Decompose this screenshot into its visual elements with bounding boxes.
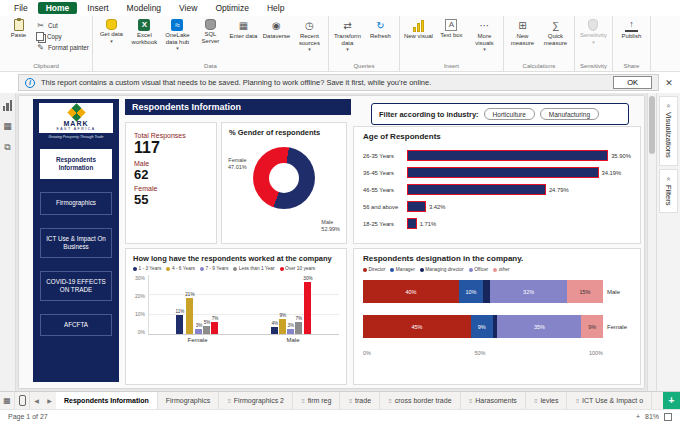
stacked-segment[interactable]: 9%: [581, 315, 603, 338]
nav-covid-effects[interactable]: COVID-19 EFFECTS ON TRADE: [40, 271, 112, 301]
page-tab[interactable]: ⠿cross border trade: [380, 392, 460, 409]
tab-modeling[interactable]: Modeling: [119, 2, 170, 14]
stacked-segment[interactable]: 9%: [471, 315, 493, 338]
data-view-icon[interactable]: ▦: [2, 120, 14, 132]
stacked-segment[interactable]: 15%: [567, 280, 603, 303]
page-tab[interactable]: ⠿ICT Use & Impact o: [567, 392, 652, 409]
filter-manufacturing-button[interactable]: Manufacturing: [540, 108, 599, 120]
model-view-icon[interactable]: ⧉: [2, 141, 14, 153]
page-tab[interactable]: ⠿trade: [340, 392, 380, 409]
category-label: Female: [603, 324, 631, 330]
tab-scroll-left-icon[interactable]: ◀: [30, 392, 43, 409]
stacked-segment[interactable]: [483, 280, 490, 303]
close-icon[interactable]: ✕: [662, 78, 676, 88]
column-bar[interactable]: [295, 322, 302, 334]
more-visuals-button[interactable]: ⋯More visuals▾: [469, 17, 500, 53]
gender-donut[interactable]: [253, 147, 315, 209]
legend-item[interactable]: Less than 1 Year: [233, 266, 274, 271]
report-view-icon[interactable]: [2, 99, 14, 111]
zoom-level[interactable]: 81%: [645, 413, 659, 420]
copy-button[interactable]: Copy: [36, 32, 89, 41]
format-painter-button[interactable]: ✎Format painter: [36, 43, 89, 52]
legend-item[interactable]: Managing director: [420, 267, 464, 272]
get-data-button[interactable]: Get data▾: [96, 17, 127, 44]
age-bar[interactable]: [407, 167, 599, 178]
filter-horticulture-button[interactable]: Horticulture: [484, 108, 535, 120]
onelake-data-hub-button[interactable]: OneLake data hub▾: [162, 17, 193, 52]
cut-button[interactable]: ✂Cut: [36, 21, 89, 30]
legend-item[interactable]: other: [493, 267, 509, 272]
column-bar[interactable]: [211, 322, 218, 334]
mobile-layout-icon[interactable]: [15, 392, 30, 409]
tab-scroll-right-icon[interactable]: ▶: [43, 392, 56, 409]
column-bar[interactable]: [271, 327, 278, 334]
nav-respondents-information[interactable]: Respondents Information: [40, 149, 112, 179]
new-measure-button[interactable]: ⊞New measure: [507, 17, 538, 46]
grid-view-icon[interactable]: ▦: [0, 392, 15, 409]
page-tab[interactable]: Firmographics: [158, 392, 219, 409]
fit-to-page-icon[interactable]: [664, 413, 672, 421]
visualizations-pane-collapsed[interactable]: «Visualizations: [659, 96, 678, 166]
legend-item[interactable]: 1 - 3 Years: [133, 266, 161, 271]
tab-view[interactable]: View: [171, 2, 205, 14]
filters-pane-collapsed[interactable]: «Filters: [659, 169, 678, 213]
refresh-button[interactable]: ↻Refresh: [365, 17, 396, 40]
stacked-segment[interactable]: 35%: [497, 315, 581, 338]
ok-button[interactable]: OK: [613, 76, 652, 89]
column-bar[interactable]: [176, 315, 183, 334]
page-tab[interactable]: ⠿levies: [526, 392, 568, 409]
quick-measure-button[interactable]: ∑Quick measure: [540, 17, 571, 46]
transform-data-button[interactable]: ⇄Transform data▾: [332, 17, 363, 53]
new-page-button[interactable]: +: [663, 392, 680, 409]
page-tab[interactable]: ⠿firm reg: [293, 392, 340, 409]
zoom-in-icon[interactable]: +: [636, 413, 640, 420]
age-bar[interactable]: [407, 150, 608, 161]
legend-item[interactable]: 7 - 9 Years: [200, 266, 228, 271]
column-bar[interactable]: [304, 282, 311, 334]
sensitivity-button[interactable]: Sensitivity▾: [578, 17, 609, 45]
legend-item[interactable]: Over 10 years: [280, 266, 316, 271]
page-indicator[interactable]: Page 1 of 27: [8, 413, 48, 420]
publish-button[interactable]: ↑Publish: [616, 17, 647, 40]
paste-button[interactable]: Paste: [3, 17, 34, 39]
tab-optimize[interactable]: Optimize: [207, 2, 257, 14]
tab-file[interactable]: File: [6, 2, 36, 14]
new-visual-button[interactable]: New visual: [403, 17, 434, 40]
age-bar[interactable]: [407, 218, 417, 229]
text-box-button[interactable]: AText box: [436, 17, 467, 39]
column-bar[interactable]: [186, 298, 193, 334]
tab-home[interactable]: Home: [38, 2, 78, 14]
nav-afcfta[interactable]: AFCFTA: [40, 314, 112, 336]
column-bar[interactable]: [279, 319, 286, 335]
dataverse-button[interactable]: ◉Dataverse: [261, 17, 292, 40]
stacked-segment[interactable]: 45%: [363, 315, 471, 338]
legend-item[interactable]: Officer: [469, 267, 489, 272]
vertical-scrollbar[interactable]: [647, 93, 656, 391]
stacked-segment[interactable]: 10%: [459, 280, 483, 303]
page-tab[interactable]: ⠿Firmographics 2: [219, 392, 293, 409]
legend-item[interactable]: 4 - 6 Years: [166, 266, 194, 271]
legend-item[interactable]: Manager: [390, 267, 414, 272]
excel-workbook-button[interactable]: Excel workbook: [129, 17, 160, 45]
legend-item[interactable]: Director: [363, 267, 385, 272]
tenure-plot: 11%21%3%5%7%4%9%3%7%30%: [148, 275, 339, 335]
more-visuals-icon: ⋯: [478, 19, 491, 32]
nav-ict-use[interactable]: ICT Use & Impact On Business: [40, 228, 112, 258]
column-bar[interactable]: [287, 329, 294, 334]
enter-data-button[interactable]: ▦Enter data: [228, 17, 259, 40]
scrollbar-thumb[interactable]: [649, 96, 655, 154]
tab-insert[interactable]: Insert: [79, 2, 116, 14]
nav-firmographics[interactable]: Firmographics: [40, 192, 112, 214]
recent-sources-button[interactable]: ◷Recent sources▾: [294, 17, 325, 53]
tab-help[interactable]: Help: [259, 2, 292, 14]
chart-title: Age of Respondents: [363, 132, 631, 142]
stacked-segment[interactable]: 32%: [490, 280, 567, 303]
page-tab[interactable]: ⠿Harasoments: [461, 392, 526, 409]
age-bar[interactable]: [407, 201, 426, 212]
column-bar[interactable]: [203, 326, 210, 335]
sql-server-button[interactable]: SQL Server: [195, 17, 226, 44]
column-bar[interactable]: [195, 329, 202, 334]
page-tab[interactable]: Respondents Information: [56, 392, 158, 409]
age-bar[interactable]: [407, 184, 546, 195]
stacked-segment[interactable]: 40%: [363, 280, 459, 303]
